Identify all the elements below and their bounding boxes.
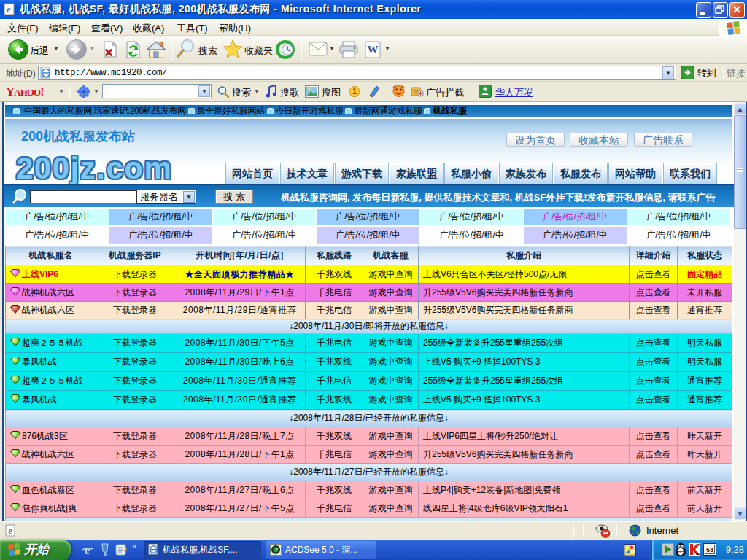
- svg-text:e: e: [7, 4, 11, 15]
- svg-text:e: e: [8, 526, 12, 536]
- svg-text:W: W: [368, 44, 379, 55]
- svg-text:1: 1: [352, 88, 357, 96]
- svg-text:e: e: [85, 542, 91, 557]
- svg-text:53: 53: [706, 546, 713, 553]
